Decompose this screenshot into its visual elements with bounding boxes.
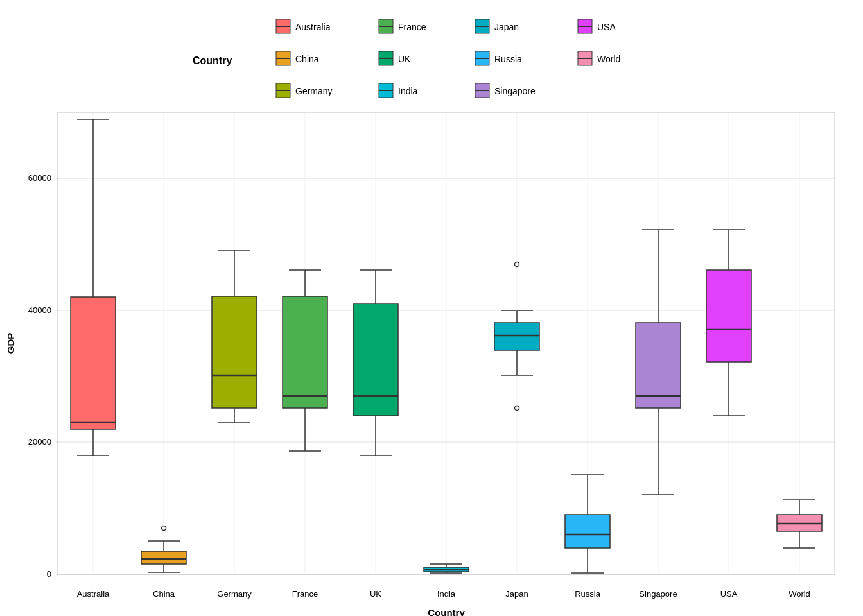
x-label-usa: USA	[720, 589, 738, 599]
x-label-france: France	[292, 589, 318, 599]
legend-world-label: World	[597, 54, 620, 64]
legend-japan-label: Japan	[494, 22, 519, 32]
russia-box	[565, 515, 610, 548]
china-box	[141, 551, 186, 564]
germany-box	[212, 296, 257, 408]
y-tick-20000: 20000	[28, 437, 51, 447]
france-box	[283, 296, 327, 408]
legend-usa-label: USA	[597, 22, 616, 32]
uk-box	[353, 304, 398, 416]
legend-australia-label: Australia	[295, 22, 331, 32]
x-label-india: India	[437, 589, 456, 599]
legend-france-label: France	[398, 22, 426, 32]
x-label-china: China	[153, 589, 175, 599]
main-chart: 0 20000 40000 60000 GDP Australia China …	[0, 0, 863, 616]
legend-russia-label: Russia	[494, 54, 522, 64]
x-label-australia: Australia	[77, 589, 110, 599]
australia-box	[71, 297, 116, 429]
usa-box	[706, 270, 751, 362]
x-label-japan: Japan	[505, 589, 528, 599]
x-label-uk: UK	[370, 589, 381, 599]
x-axis-label: Country	[428, 607, 465, 616]
legend-singapore-label: Singapore	[494, 86, 536, 96]
y-tick-40000: 40000	[28, 305, 51, 315]
legend-title: Country	[193, 55, 232, 66]
x-label-world: World	[789, 589, 810, 599]
y-tick-0: 0	[47, 569, 51, 579]
legend-germany-label: Germany	[295, 86, 333, 96]
legend-uk-label: UK	[398, 54, 411, 64]
y-axis-label: GDP	[5, 333, 16, 354]
x-label-germany: Germany	[217, 589, 252, 599]
legend-china-label: China	[295, 54, 319, 64]
chart-container: 0 20000 40000 60000 GDP Australia China …	[0, 0, 863, 616]
japan-box	[494, 323, 539, 350]
y-tick-60000: 60000	[28, 173, 51, 183]
x-label-singapore: Singapore	[639, 589, 677, 599]
x-label-russia: Russia	[575, 589, 601, 599]
legend-india-label: India	[398, 86, 418, 96]
